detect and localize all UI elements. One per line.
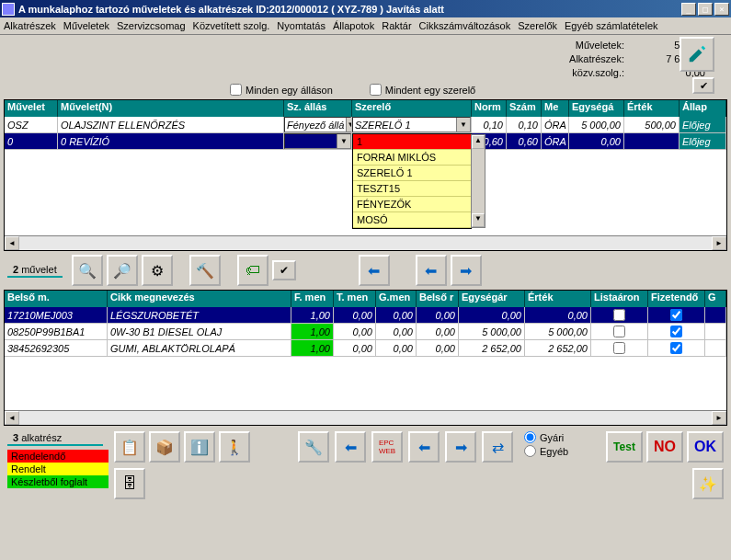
parts-col-belso[interactable]: Belső m. bbox=[5, 291, 108, 307]
parts-col-belsor[interactable]: Belső r bbox=[417, 291, 459, 307]
menu-szerelok[interactable]: Szerelők bbox=[518, 20, 557, 31]
ops-row[interactable]: OSZ OLAJSZINT ELLENŐRZÉS Fényező állá▼ S… bbox=[5, 117, 726, 133]
parts-lista-checkbox[interactable] bbox=[613, 309, 625, 321]
radio-egyeb[interactable]: Egyéb bbox=[524, 445, 568, 457]
tools-button[interactable]: 🔨 bbox=[189, 255, 221, 286]
dropdown-item[interactable]: TESZT15 bbox=[353, 181, 471, 197]
check-minden-allason-input[interactable] bbox=[230, 84, 242, 96]
wrench-button[interactable]: 🔧 bbox=[298, 431, 329, 463]
test-button[interactable]: Test bbox=[606, 431, 643, 463]
chevron-down-icon[interactable]: ▼ bbox=[456, 118, 470, 131]
check-mindent-szerelo[interactable]: Mindent egy szerelő bbox=[370, 84, 475, 96]
parts-col-listaaron[interactable]: Listaáron bbox=[591, 291, 648, 307]
menu-nyomtatas[interactable]: Nyomtatás bbox=[277, 20, 326, 31]
package-button[interactable]: 📦 bbox=[149, 431, 180, 463]
info-button[interactable]: ℹ️ bbox=[184, 431, 215, 463]
sort-asc-button[interactable]: ⬅ bbox=[359, 255, 390, 286]
scroll-right-icon[interactable]: ► bbox=[712, 411, 726, 425]
check-small-button[interactable]: ✔ bbox=[272, 260, 296, 280]
ok-button[interactable]: OK bbox=[687, 431, 724, 463]
list-in-button[interactable]: ⬅ bbox=[408, 431, 440, 463]
ops-hscrollbar[interactable]: ◄ ► bbox=[5, 235, 726, 250]
scroll-down-icon[interactable]: ▼ bbox=[472, 213, 485, 227]
close-button[interactable]: × bbox=[714, 3, 729, 16]
menu-raktar[interactable]: Raktár bbox=[382, 20, 411, 31]
parts-lista-checkbox[interactable] bbox=[613, 342, 625, 354]
ops-col-szallas[interactable]: Sz. állás bbox=[284, 100, 352, 117]
dropdown-item[interactable]: FÉNYEZŐK bbox=[353, 197, 471, 212]
wand-button[interactable]: ✨ bbox=[692, 468, 724, 499]
list-left-button[interactable]: ⬅ bbox=[335, 431, 366, 463]
parts-row[interactable]: 08250P99B1BA1 0W-30 B1 DIESEL OLAJ 1,00 … bbox=[5, 324, 726, 340]
parts-fiz-checkbox[interactable] bbox=[670, 309, 682, 321]
parts-row-selected[interactable]: 17210MEJ003 LÉGSZUROBETÉT 1,00 0,00 0,00… bbox=[5, 307, 726, 324]
confirm-small-button[interactable]: ✔ bbox=[692, 77, 714, 94]
ops-col-szerelo[interactable]: Szerelő bbox=[352, 100, 472, 117]
chevron-down-icon[interactable]: ▼ bbox=[337, 134, 350, 148]
szerelo-dropdown[interactable]: 1 FORRAI MIKLÓS SZERELŐ 1 TESZT15 FÉNYEZ… bbox=[352, 133, 472, 229]
parts-col-cikk[interactable]: Cikk megnevezés bbox=[108, 291, 291, 307]
dropdown-item[interactable]: FORRAI MIKLÓS bbox=[353, 150, 471, 166]
maximize-button[interactable]: □ bbox=[698, 3, 713, 16]
indent-left-button[interactable]: ⬅ bbox=[416, 255, 447, 286]
ops-col-muveletn[interactable]: Művelet(N) bbox=[58, 100, 284, 117]
person-button[interactable]: 🚶 bbox=[219, 431, 250, 463]
parts-col-tmen[interactable]: T. men bbox=[334, 291, 376, 307]
parts-col-g[interactable]: G bbox=[705, 291, 726, 307]
dropdown-scrollbar[interactable]: ▲ ▼ bbox=[471, 134, 485, 228]
parts-fiz-checkbox[interactable] bbox=[670, 326, 682, 337]
menu-kozvetitett[interactable]: Közvetített szolg. bbox=[193, 20, 270, 31]
list-both-button[interactable]: ⇄ bbox=[482, 431, 513, 463]
ops-cell-allas[interactable]: Fényező állá▼ bbox=[284, 117, 352, 132]
parts-row[interactable]: 38452692305 GUMI, ABLAKTÖRLOLAPÁ 1,00 0,… bbox=[5, 340, 726, 357]
dropdown-item[interactable]: MOSÓ bbox=[353, 212, 471, 228]
chevron-down-icon[interactable]: ▼ bbox=[346, 118, 352, 131]
parts-col-fmen[interactable]: F. men bbox=[291, 291, 334, 307]
ops-col-egysegar[interactable]: Egységá bbox=[569, 100, 624, 117]
radio-gyari-input[interactable] bbox=[524, 431, 536, 443]
tires-button[interactable]: ⚙ bbox=[142, 255, 173, 286]
scroll-up-icon[interactable]: ▲ bbox=[472, 135, 485, 149]
parts-col-gmen[interactable]: G.men bbox=[376, 291, 417, 307]
ops-col-szam[interactable]: Szám bbox=[507, 100, 542, 117]
scroll-left-icon[interactable]: ◄ bbox=[5, 411, 19, 425]
scroll-track[interactable] bbox=[19, 411, 712, 425]
menu-alkatreszek[interactable]: Alkatrészek bbox=[4, 20, 56, 31]
scroll-track[interactable] bbox=[19, 236, 712, 250]
epc-web-button[interactable]: EPCWEB bbox=[371, 431, 403, 463]
parts-col-ertek[interactable]: Érték bbox=[525, 291, 591, 307]
menu-szervizcsomag[interactable]: Szervizcsomag bbox=[117, 20, 186, 31]
ops-col-ertek[interactable]: Érték bbox=[624, 100, 680, 117]
search-parts-button[interactable]: 🔎 bbox=[107, 255, 138, 286]
list-out-button[interactable]: ➡ bbox=[445, 431, 476, 463]
ops-col-allapot[interactable]: Állap bbox=[680, 100, 726, 117]
menu-allapotok[interactable]: Állapotok bbox=[333, 20, 374, 31]
radio-egyeb-input[interactable] bbox=[524, 445, 536, 457]
ops-cell-allas[interactable]: ▼ bbox=[284, 133, 352, 149]
notes-button[interactable]: 📋 bbox=[114, 431, 145, 463]
menu-egyeb[interactable]: Egyéb számlatételek bbox=[565, 20, 658, 31]
shelf-button[interactable]: 🗄 bbox=[114, 468, 145, 499]
minimize-button[interactable]: _ bbox=[681, 3, 696, 16]
dropdown-item[interactable]: 1 bbox=[353, 134, 471, 150]
menu-cikkszam[interactable]: Cikkszámváltozások bbox=[419, 20, 511, 31]
menu-muveletek[interactable]: Műveletek bbox=[63, 20, 109, 31]
tag-button[interactable]: 🏷 bbox=[237, 255, 268, 286]
indent-right-button[interactable]: ➡ bbox=[451, 255, 482, 286]
parts-fiz-checkbox[interactable] bbox=[670, 342, 682, 354]
radio-gyari[interactable]: Gyári bbox=[524, 431, 568, 443]
ops-col-muvelet[interactable]: Művelet bbox=[5, 100, 58, 117]
scroll-right-icon[interactable]: ► bbox=[712, 236, 726, 250]
edit-totals-button[interactable] bbox=[680, 37, 714, 72]
parts-col-egysegar[interactable]: Egységár bbox=[459, 291, 525, 307]
no-button[interactable]: NO bbox=[646, 431, 683, 463]
search-ops-button[interactable]: 🔍 bbox=[72, 255, 103, 286]
parts-col-fizetendo[interactable]: Fizetendő bbox=[648, 291, 705, 307]
scroll-left-icon[interactable]: ◄ bbox=[5, 236, 19, 250]
parts-lista-checkbox[interactable] bbox=[613, 326, 625, 337]
parts-hscrollbar[interactable]: ◄ ► bbox=[5, 410, 726, 425]
ops-cell-szerelo[interactable]: SZERELŐ 1▼ bbox=[352, 117, 472, 132]
dropdown-item[interactable]: SZERELŐ 1 bbox=[353, 166, 471, 181]
ops-col-norm[interactable]: Norm bbox=[472, 100, 507, 117]
check-mindent-szerelo-input[interactable] bbox=[370, 84, 382, 96]
